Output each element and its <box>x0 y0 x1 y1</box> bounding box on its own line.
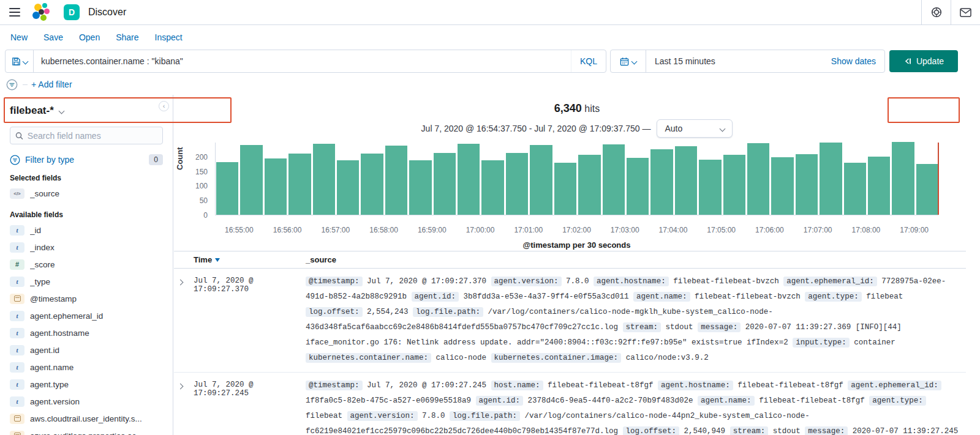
field-item[interactable]: tagent.hostname <box>10 324 163 341</box>
chevron-down-icon <box>720 125 726 132</box>
discover-main-panel: 6,340 hits Jul 7, 2020 @ 16:54:37.750 - … <box>174 95 980 435</box>
chart-plot-area[interactable] <box>215 143 938 215</box>
update-button[interactable]: Update <box>889 50 958 72</box>
histogram-bar[interactable] <box>820 143 842 215</box>
histogram-chart: Count @timestamp per 30 seconds 05010015… <box>174 143 947 265</box>
histogram-bar[interactable] <box>578 155 600 215</box>
source-field-key: @timestamp: <box>306 277 363 286</box>
field-item[interactable]: t_index <box>10 239 163 256</box>
field-name: aws.cloudtrail.user_identity.s... <box>30 414 142 423</box>
query-input[interactable]: kubernetes.container.name : "kibana" <box>34 56 571 66</box>
expand-row-button[interactable] <box>174 378 194 435</box>
table-header-row: Time _source <box>174 251 966 269</box>
add-filter-button[interactable]: + Add filter <box>31 80 72 89</box>
source-field-key: agent.id: <box>412 292 459 302</box>
field-item[interactable]: aws.cloudtrail.user_identity.s... <box>10 410 163 427</box>
x-tick-label: 17:02:00 <box>562 226 591 234</box>
field-item[interactable]: t_id <box>10 221 163 239</box>
field-type-icon: t <box>10 362 24 373</box>
field-item[interactable]: tagent.ephemeral_id <box>10 307 163 324</box>
time-column-header[interactable]: Time <box>194 255 306 264</box>
field-item[interactable]: tagent.version <box>10 393 163 410</box>
histogram-bar[interactable] <box>892 142 914 215</box>
histogram-bar[interactable] <box>216 162 238 215</box>
x-tick-label: 17:00:00 <box>466 226 495 234</box>
histogram-bar[interactable] <box>796 154 818 215</box>
calendar-menu-button[interactable] <box>611 50 646 72</box>
field-item[interactable]: tagent.type <box>10 376 163 393</box>
histogram-bar[interactable] <box>458 144 480 215</box>
histogram-bar[interactable] <box>844 163 866 215</box>
source-field-key: agent.hostname: <box>594 277 669 286</box>
histogram-bar[interactable] <box>506 153 528 215</box>
histogram-bar[interactable] <box>747 143 769 215</box>
field-item[interactable]: @timestamp <box>10 290 163 307</box>
x-axis-label: @timestamp per 30 seconds <box>215 240 938 250</box>
field-item[interactable]: tagent.name <box>10 359 163 376</box>
histogram-bar[interactable] <box>554 163 576 215</box>
time-range-value[interactable]: Last 15 minutes <box>646 56 715 66</box>
histogram-bar[interactable] <box>240 145 262 215</box>
histogram-bar[interactable] <box>868 157 890 215</box>
histogram-bar[interactable] <box>313 144 335 215</box>
histogram-bar[interactable] <box>385 146 407 215</box>
toolbar-link-save[interactable]: Save <box>43 32 63 42</box>
index-pattern-name: filebeat-* <box>10 105 54 117</box>
histogram-bar[interactable] <box>650 149 673 215</box>
histogram-bar[interactable] <box>288 154 311 215</box>
calendar-icon <box>14 415 21 422</box>
menu-icon[interactable] <box>0 0 29 24</box>
toolbar-link-inspect[interactable]: Inspect <box>155 32 183 42</box>
source-field-key: message: <box>698 322 741 332</box>
x-tick-label: 17:03:00 <box>611 226 639 234</box>
page-title: Discover <box>88 7 126 18</box>
collapse-sidebar-button[interactable]: ‹ <box>159 101 169 111</box>
histogram-bar[interactable] <box>916 164 938 215</box>
expand-row-button[interactable] <box>174 274 194 366</box>
histogram-bar[interactable] <box>723 155 745 215</box>
help-icon[interactable] <box>921 0 951 24</box>
field-type-icon: t <box>10 277 24 287</box>
histogram-bar[interactable] <box>530 145 552 215</box>
kql-language-button[interactable]: KQL <box>571 50 606 72</box>
toolbar-link-new[interactable]: New <box>10 32 28 42</box>
histogram-bar[interactable] <box>265 158 287 215</box>
toolbar-link-share[interactable]: Share <box>116 32 138 42</box>
source-field-key: log.offset: <box>623 426 680 435</box>
search-field-names-input[interactable] <box>28 131 157 141</box>
elastic-logo-icon[interactable] <box>32 3 50 21</box>
histogram-bar[interactable] <box>481 160 503 215</box>
x-tick-label: 17:04:00 <box>659 226 688 234</box>
table-row: Jul 7, 2020 @ 17:09:27.245@timestamp: Ju… <box>174 373 966 435</box>
source-field-key: input.type: <box>793 338 850 348</box>
histogram-bar[interactable] <box>627 158 649 215</box>
mail-icon[interactable] <box>951 0 980 24</box>
field-item[interactable]: t_type <box>10 273 163 290</box>
field-item[interactable]: tagent.id <box>10 341 163 359</box>
field-type-icon: t <box>10 311 24 321</box>
discover-app-badge: D <box>64 4 80 20</box>
index-pattern-selector[interactable]: filebeat-* <box>10 105 163 117</box>
show-dates-button[interactable]: Show dates <box>831 56 884 66</box>
saved-query-menu-button[interactable] <box>6 50 34 72</box>
histogram-bar[interactable] <box>337 160 359 215</box>
field-name: _source <box>30 189 59 198</box>
toolbar-link-open[interactable]: Open <box>79 32 100 42</box>
histogram-bar[interactable] <box>603 144 625 215</box>
interval-select[interactable]: Auto <box>657 119 733 138</box>
field-item[interactable]: azure.auditlogs.properties.ac... <box>10 427 163 435</box>
field-name: _id <box>30 226 41 235</box>
filter-by-type-button[interactable]: Filter by type <box>25 155 74 165</box>
chevron-down-icon <box>58 108 64 114</box>
histogram-bar[interactable] <box>361 154 383 215</box>
field-item[interactable]: </>_source <box>10 185 163 202</box>
fields-sidebar: ‹ filebeat-* Filter by type 0 Selected f… <box>0 95 173 435</box>
histogram-bar[interactable] <box>409 160 431 215</box>
field-item[interactable]: #_score <box>10 256 163 273</box>
histogram-bar[interactable] <box>675 146 697 215</box>
search-bar-row: kubernetes.container.name : "kibana" KQL… <box>0 49 980 73</box>
field-name: agent.name <box>30 363 74 372</box>
histogram-bar[interactable] <box>771 157 793 215</box>
histogram-bar[interactable] <box>434 153 456 215</box>
histogram-bar[interactable] <box>699 160 721 215</box>
